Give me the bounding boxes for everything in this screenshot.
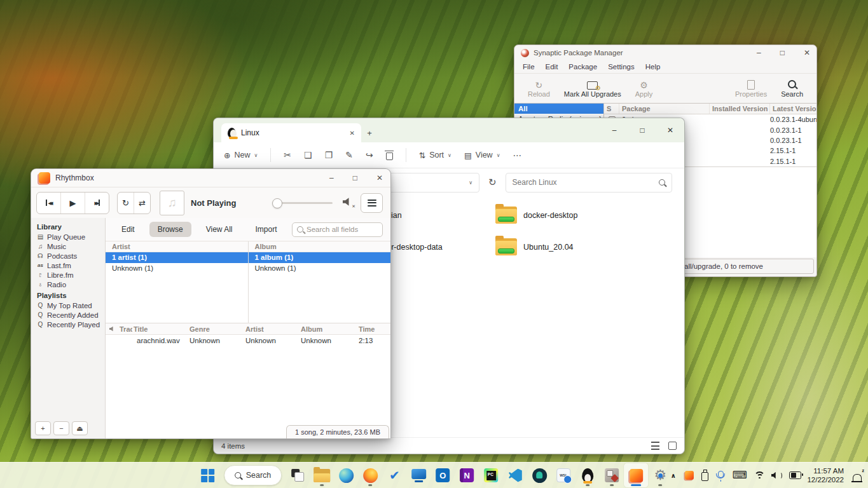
view-button[interactable]: ▤ View ∨ (464, 151, 500, 160)
tray-item-keyboard[interactable]: ⌨ (733, 470, 747, 480)
sidebar-item-play-queue[interactable]: ▤Play Queue (31, 232, 105, 241)
close-button[interactable]: ✕ (376, 174, 383, 182)
details-view-icon[interactable] (651, 442, 659, 450)
taskbar-item-pycharm[interactable]: PC (479, 463, 503, 487)
sidebar-item-music[interactable]: ♫Music (31, 241, 105, 251)
rhythmbox-search-input[interactable]: Search all fields (292, 222, 383, 237)
column-header-artist[interactable]: Artist (244, 325, 300, 333)
tray-item-battery[interactable] (789, 471, 801, 479)
taskbar-item-task-view[interactable] (286, 463, 310, 487)
taskbar-item-synaptic[interactable] (600, 463, 624, 487)
tab-close-icon[interactable]: ✕ (350, 130, 355, 137)
new-button[interactable]: ⊕ New ∨ (224, 151, 258, 160)
minimize-button[interactable]: – (757, 49, 761, 57)
taskbar-clock[interactable]: 11:57 AM 12/22/2022 (807, 466, 844, 485)
copy-icon[interactable]: ❏ (304, 150, 312, 160)
column-header-album[interactable]: Album (300, 325, 357, 333)
cut-icon[interactable]: ✂ (284, 150, 291, 160)
more-options-icon[interactable]: ⋯ (513, 150, 522, 160)
tab-import[interactable]: Import (247, 222, 286, 237)
tray-item-rhythmbox-tray[interactable] (685, 471, 694, 480)
next-track-button[interactable]: ▸▸ (85, 193, 109, 214)
maximize-button[interactable]: □ (780, 49, 785, 57)
minimize-button[interactable]: – (329, 174, 334, 182)
taskbar-item-edge[interactable] (334, 463, 358, 487)
apply-button[interactable]: ⚙Apply (628, 79, 660, 98)
taskbar-item-start[interactable] (196, 463, 220, 487)
large-icons-view-icon[interactable] (668, 442, 677, 450)
filter-all[interactable]: All (514, 104, 603, 114)
tray-item-volume[interactable] (771, 472, 783, 479)
file-item-ubuntu-20-04[interactable]: Ubuntu_20.04 (495, 238, 574, 255)
artist-column-header[interactable]: Artist (106, 241, 248, 252)
synaptic-titlebar[interactable]: Synaptic Package Manager – □ ✕ (514, 45, 816, 60)
maximize-button[interactable]: □ (628, 126, 656, 134)
volume-muted-icon[interactable]: ✕ (343, 198, 352, 208)
taskbar-item-todo[interactable]: ✔ (382, 463, 406, 487)
column-header-package[interactable]: Package (619, 104, 710, 114)
taskbar-item-outlook[interactable]: O (431, 463, 455, 487)
column-header-genre[interactable]: Genre (188, 325, 244, 333)
shuffle-button[interactable]: ⇄ (134, 193, 150, 214)
mark-all-upgrades-button[interactable]: ⚙Mark All Upgrades (557, 79, 628, 98)
track-row[interactable]: arachnid.wavUnknownUnknownUnknown2:13 (106, 335, 390, 346)
new-tab-button[interactable]: + (361, 123, 378, 142)
tab-browse[interactable]: Browse (149, 222, 191, 237)
tab-view-all[interactable]: View All (198, 222, 241, 237)
rename-icon[interactable]: ✎ (345, 150, 353, 160)
reload-button[interactable]: ↻Reload (521, 79, 557, 98)
play-button[interactable]: ▶ (61, 193, 85, 214)
sidebar-item-last-fm[interactable]: asLast.fm (31, 261, 105, 270)
sidebar-item-recently-played[interactable]: QRecently Played (31, 320, 105, 329)
previous-track-button[interactable]: ◂◂ (37, 193, 61, 214)
taskbar-item-onenote[interactable]: N (455, 463, 479, 487)
taskbar-item-vscode[interactable] (503, 463, 527, 487)
remove-button[interactable]: − (53, 421, 69, 435)
artist-row[interactable]: 1 artist (1) (106, 252, 248, 263)
tray-item-wifi[interactable] (754, 471, 764, 479)
taskbar-item-wsl[interactable]: WSL (551, 463, 575, 487)
menu-file[interactable]: File (523, 63, 535, 71)
explorer-tab-linux[interactable]: Linux ✕ (221, 123, 361, 142)
sidebar-item-recently-added[interactable]: QRecently Added (31, 310, 105, 320)
sidebar-item-libre-fm[interactable]: ♇Libre.fm (31, 270, 105, 280)
taskbar-item-gitkraken[interactable] (527, 463, 551, 487)
minimize-button[interactable]: – (600, 126, 628, 134)
share-icon[interactable]: ↪ (366, 150, 373, 160)
column-header-track[interactable]: Track (118, 325, 132, 333)
chevron-down-icon[interactable]: ∨ (469, 180, 472, 186)
taskbar-item-linux-tux[interactable] (575, 463, 600, 487)
column-header-latest-version[interactable]: Latest Version (770, 104, 816, 114)
column-header-installed-version[interactable]: Installed Version (710, 104, 770, 114)
taskbar-item-rhythmbox[interactable] (624, 463, 648, 487)
album-column-header[interactable]: Album (249, 241, 391, 252)
explorer-search-input[interactable]: Search Linux (506, 173, 672, 193)
taskbar-item-firefox[interactable] (358, 463, 382, 487)
seek-slider[interactable] (272, 202, 333, 204)
column-header-s[interactable]: S (604, 104, 619, 114)
taskbar-search-button[interactable]: Search (224, 465, 282, 485)
delete-button[interactable] (386, 151, 393, 160)
notification-bell-button[interactable]: z (851, 470, 863, 481)
file-item-docker-desktop[interactable]: docker-desktop (495, 207, 577, 224)
maximize-button[interactable]: □ (353, 174, 357, 182)
rhythmbox-titlebar[interactable]: Rhythmbox – □ ✕ (31, 169, 390, 187)
properties-button[interactable]: Properties (728, 79, 774, 98)
tray-item-microphone[interactable] (717, 473, 726, 478)
sort-button[interactable]: ⇅ Sort ∨ (419, 151, 451, 160)
sidebar-item-radio[interactable]: ♁Radio (31, 280, 105, 289)
column-header-time[interactable]: Time (357, 325, 390, 333)
tray-item-usb[interactable] (701, 470, 710, 481)
sidebar-item-my-top-rated[interactable]: QMy Top Rated (31, 301, 105, 310)
album-row[interactable]: 1 album (1) (249, 252, 391, 263)
close-button[interactable]: ✕ (656, 126, 684, 134)
add-button[interactable]: + (35, 421, 51, 435)
menu-package[interactable]: Package (568, 63, 597, 71)
menu-help[interactable]: Help (645, 63, 661, 71)
menu-settings[interactable]: Settings (608, 63, 635, 71)
artist-row[interactable]: Unknown (1) (106, 263, 248, 274)
close-button[interactable]: ✕ (804, 49, 810, 57)
tray-item-tray-chevron[interactable]: ∧ (669, 472, 678, 479)
column-header-title[interactable]: Title (132, 325, 188, 333)
eject-button[interactable]: ⏏ (72, 421, 88, 435)
